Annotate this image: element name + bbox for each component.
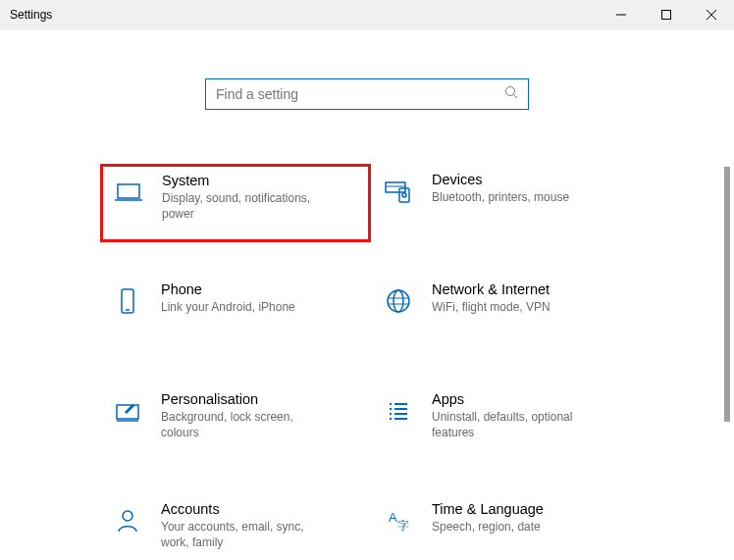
maximize-icon	[661, 10, 671, 20]
svg-rect-1	[662, 10, 671, 19]
tile-title: Phone	[161, 281, 295, 297]
window-controls	[599, 0, 734, 29]
devices-icon	[379, 172, 418, 211]
laptop-icon	[109, 173, 148, 212]
svg-point-14	[388, 290, 409, 312]
titlebar: Settings	[0, 0, 734, 29]
tile-desc: Display, sound, notifications, power	[162, 190, 329, 222]
tile-system[interactable]: System Display, sound, notifications, po…	[100, 164, 371, 242]
globe-icon	[379, 281, 418, 321]
tile-desc: Background, lock screen, colours	[161, 409, 328, 440]
tile-accounts[interactable]: Accounts Your accounts, email, sync, wor…	[100, 493, 371, 560]
tile-time-language[interactable]: A字 Time & Language Speech, region, date	[371, 493, 642, 560]
window-title: Settings	[0, 8, 52, 22]
svg-line-5	[514, 95, 518, 99]
search-box[interactable]	[205, 78, 529, 110]
tile-network[interactable]: Network & Internet WiFi, flight mode, VP…	[371, 274, 642, 352]
minimize-icon	[616, 10, 626, 20]
tile-desc: Link your Android, iPhone	[161, 299, 295, 315]
person-icon	[108, 501, 147, 540]
settings-grid: System Display, sound, notifications, po…	[92, 164, 642, 560]
svg-rect-9	[399, 188, 409, 202]
tile-devices[interactable]: Devices Bluetooth, printers, mouse	[371, 164, 642, 242]
tile-title: Accounts	[161, 501, 328, 517]
tile-apps[interactable]: Apps Uninstall, defaults, optional featu…	[371, 383, 642, 462]
tile-title: Time & Language	[432, 501, 544, 517]
scrollbar-thumb[interactable]	[724, 167, 730, 422]
search-input[interactable]	[216, 86, 504, 102]
svg-point-10	[402, 193, 406, 197]
tile-title: Personalisation	[161, 391, 328, 407]
svg-point-15	[393, 290, 403, 312]
svg-rect-8	[386, 182, 405, 192]
tile-title: Apps	[432, 391, 599, 407]
tile-title: Network & Internet	[432, 281, 550, 297]
tile-desc: Your accounts, email, sync, work, family	[161, 519, 328, 550]
search-icon	[504, 85, 518, 103]
minimize-button[interactable]	[599, 0, 644, 29]
tile-phone[interactable]: Phone Link your Android, iPhone	[100, 274, 371, 352]
svg-text:A: A	[389, 510, 397, 525]
tile-personalisation[interactable]: Personalisation Background, lock screen,…	[100, 383, 371, 462]
tile-title: Devices	[432, 172, 569, 187]
paint-icon	[108, 391, 147, 431]
tile-title: System	[162, 173, 329, 188]
close-button[interactable]	[689, 0, 734, 29]
tile-desc: WiFi, flight mode, VPN	[432, 299, 550, 315]
phone-icon	[108, 281, 147, 321]
maximize-button[interactable]	[644, 0, 689, 29]
tile-desc: Bluetooth, printers, mouse	[432, 189, 569, 205]
list-icon	[379, 391, 418, 431]
svg-text:字: 字	[397, 519, 409, 533]
svg-point-4	[506, 87, 515, 96]
tile-desc: Uninstall, defaults, optional features	[432, 409, 599, 440]
svg-rect-6	[118, 184, 139, 198]
tile-desc: Speech, region, date	[432, 519, 544, 535]
language-icon: A字	[379, 501, 418, 540]
svg-point-28	[123, 511, 132, 521]
content-area: System Display, sound, notifications, po…	[0, 29, 734, 560]
close-icon	[707, 10, 716, 20]
